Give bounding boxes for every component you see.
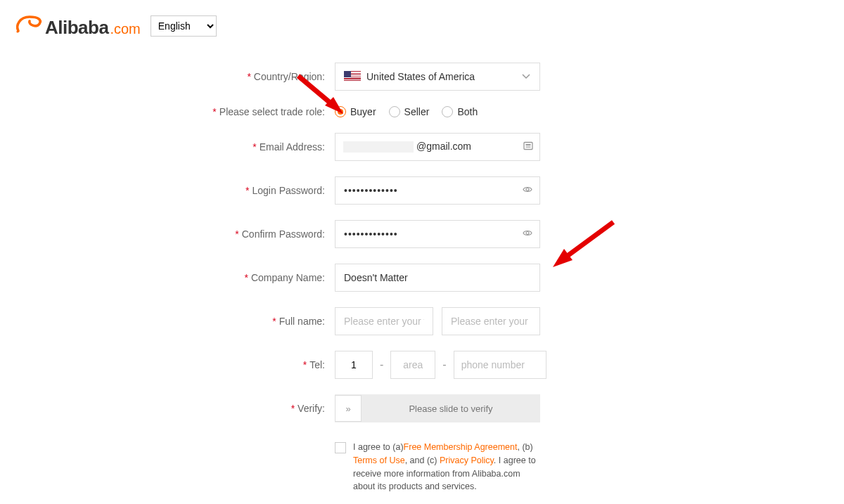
registration-form: *Country/Region: United States of Americ… [0, 63, 844, 504]
logo-text: Alibaba [45, 17, 108, 39]
page-header: Alibaba.com English [0, 0, 844, 46]
agree-text: I agree to (a)Free Membership Agreement,… [353, 441, 540, 493]
contact-card-icon [523, 141, 533, 153]
verify-label: Verify: [298, 403, 325, 414]
language-select[interactable]: English [151, 15, 217, 37]
tel-number-input[interactable] [454, 351, 546, 379]
svg-rect-2 [526, 144, 531, 146]
lastname-input[interactable] [442, 307, 540, 335]
country-value: United States of America [366, 71, 475, 82]
link-terms[interactable]: Terms of Use [353, 455, 405, 465]
email-label: Email Address: [260, 141, 325, 153]
slide-verify[interactable]: » Please slide to verify [335, 394, 540, 422]
country-select[interactable]: United States of America [335, 63, 540, 91]
alibaba-logo: Alibaba.com [14, 13, 141, 39]
radio-buyer[interactable]: Buyer [335, 106, 376, 117]
company-input[interactable] [335, 264, 540, 292]
country-label: Country/Region: [254, 71, 325, 82]
tel-label: Tel: [309, 359, 325, 370]
radio-both[interactable]: Both [442, 106, 478, 117]
logo-suffix: .com [110, 21, 140, 37]
trade-role-label: Please select trade role: [219, 106, 325, 117]
company-label: Company Name: [251, 272, 325, 283]
alibaba-mark-icon [14, 13, 44, 34]
fullname-label: Full name: [279, 316, 325, 327]
link-privacy[interactable]: Privacy Policy [440, 455, 494, 465]
trade-role-group: Buyer Seller Both [335, 106, 478, 117]
slide-handle-icon[interactable]: » [335, 395, 362, 422]
agree-checkbox[interactable] [335, 442, 346, 453]
eye-icon[interactable] [522, 228, 533, 241]
us-flag-icon [344, 71, 361, 82]
eye-icon[interactable] [522, 184, 533, 198]
svg-point-4 [526, 188, 529, 191]
dash-1: - [380, 358, 383, 371]
password-label: Login Password: [252, 185, 325, 196]
email-domain: @gmail.com [416, 141, 471, 152]
link-membership[interactable]: Free Membership Agreement [404, 442, 518, 452]
svg-point-5 [526, 232, 529, 235]
tel-area-input[interactable] [390, 351, 435, 379]
password-input[interactable] [335, 176, 540, 205]
svg-point-0 [16, 30, 18, 32]
svg-rect-1 [524, 143, 532, 150]
verify-text: Please slide to verify [362, 403, 540, 414]
svg-rect-3 [526, 147, 531, 148]
radio-seller[interactable]: Seller [389, 106, 430, 117]
dash-2: - [442, 358, 446, 371]
email-mask-icon [343, 141, 414, 153]
confirm-password-input[interactable] [335, 220, 540, 248]
firstname-input[interactable] [335, 307, 433, 335]
confirm-password-label: Confirm Password: [242, 228, 325, 240]
tel-country-code-input[interactable] [335, 351, 373, 379]
chevron-down-icon [521, 71, 531, 83]
